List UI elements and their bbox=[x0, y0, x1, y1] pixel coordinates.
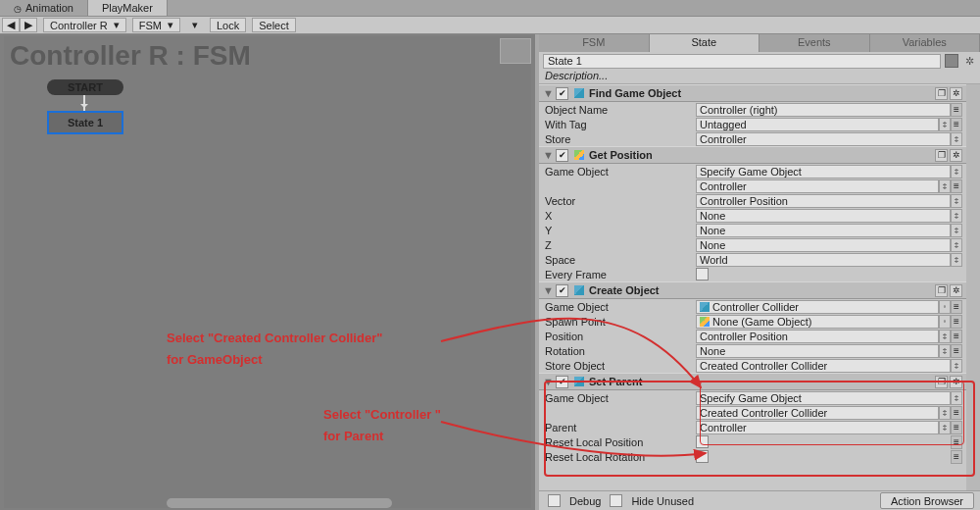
fsm-owner-dropdown[interactable]: Controller R▾ bbox=[43, 18, 126, 32]
sep-icon: ▾ bbox=[186, 18, 204, 32]
annotation-2: Select "Controller " bbox=[323, 407, 441, 422]
hscrollbar[interactable] bbox=[167, 498, 392, 508]
enable-checkbox[interactable]: ✔ bbox=[556, 87, 568, 100]
tab-variables[interactable]: Variables bbox=[870, 34, 981, 52]
tab-events[interactable]: Events bbox=[760, 34, 870, 52]
action-browser-button[interactable]: Action Browser bbox=[880, 492, 974, 509]
vscrollbar[interactable] bbox=[966, 84, 980, 212]
tab-animation[interactable]: ◷Animation bbox=[0, 0, 88, 16]
select-button[interactable]: Select bbox=[252, 18, 296, 32]
transition-arrow bbox=[83, 95, 85, 111]
state-node[interactable]: State 1 bbox=[47, 111, 123, 134]
every-frame-checkbox[interactable] bbox=[696, 268, 709, 280]
reset-pos-checkbox[interactable] bbox=[696, 435, 709, 448]
cube-icon bbox=[574, 87, 586, 99]
reset-rot-checkbox[interactable] bbox=[696, 450, 709, 463]
state-name-input[interactable]: State 1 bbox=[543, 54, 941, 69]
setparent-parent[interactable]: Controller bbox=[696, 421, 939, 434]
store-dropdown[interactable]: Controller bbox=[696, 132, 951, 146]
hide-checkbox[interactable] bbox=[610, 494, 622, 507]
debug-checkbox[interactable] bbox=[548, 494, 561, 507]
object-name-input[interactable]: Controller (right) bbox=[696, 103, 951, 117]
minimap[interactable] bbox=[500, 38, 531, 64]
var-toggle[interactable]: ≡ bbox=[951, 103, 962, 117]
action-header-create[interactable]: ▼✔ Create Object ❐✲ bbox=[539, 281, 966, 299]
start-node[interactable]: START bbox=[47, 79, 123, 95]
gameobject-icon bbox=[700, 317, 710, 327]
fold-icon: ▼ bbox=[543, 87, 553, 99]
action-header-find[interactable]: ▼ ✔ Find Game Object ❐✲ bbox=[539, 84, 966, 102]
action-header-getpos[interactable]: ▼✔ Get Position ❐✲ bbox=[539, 146, 966, 164]
lock-button[interactable]: Lock bbox=[210, 18, 246, 32]
tab-playmaker[interactable]: PlayMaker bbox=[88, 0, 168, 16]
description-input[interactable]: Description... bbox=[539, 70, 980, 84]
clock-icon: ◷ bbox=[14, 4, 22, 14]
tag-dropdown[interactable]: Untagged bbox=[696, 118, 939, 131]
annotation-1b: for GameObject bbox=[167, 352, 263, 367]
gear-icon[interactable]: ✲ bbox=[962, 54, 976, 68]
back-button[interactable]: ◀ bbox=[2, 18, 20, 32]
prefab-icon bbox=[700, 302, 710, 312]
fsm-dropdown[interactable]: FSM▾ bbox=[132, 18, 180, 32]
toolbar: ◀ ▶ Controller R▾ FSM▾ ▾ Lock Select bbox=[0, 17, 980, 34]
doc-icon[interactable]: ❐ bbox=[935, 87, 948, 100]
annotation-1: Select "Created Controller Collider" bbox=[167, 331, 382, 345]
canvas-title: Controller R : FSM bbox=[10, 40, 251, 72]
annotation-2b: for Parent bbox=[323, 429, 383, 443]
tab-fsm[interactable]: FSM bbox=[539, 34, 650, 52]
fsm-canvas[interactable]: Controller R : FSM START State 1 Select … bbox=[0, 34, 539, 510]
setparent-go-var[interactable]: Created Controller Collider bbox=[696, 406, 939, 420]
inspector: FSM State Events Variables State 1 ✲ Des… bbox=[539, 34, 980, 510]
color-swatch[interactable] bbox=[945, 54, 958, 68]
action-header-setparent[interactable]: ▼✔ Set Parent ❐✲ bbox=[539, 373, 966, 390]
fwd-button[interactable]: ▶ bbox=[20, 18, 37, 32]
tab-state[interactable]: State bbox=[650, 34, 760, 52]
gear-icon[interactable]: ✲ bbox=[950, 87, 962, 100]
